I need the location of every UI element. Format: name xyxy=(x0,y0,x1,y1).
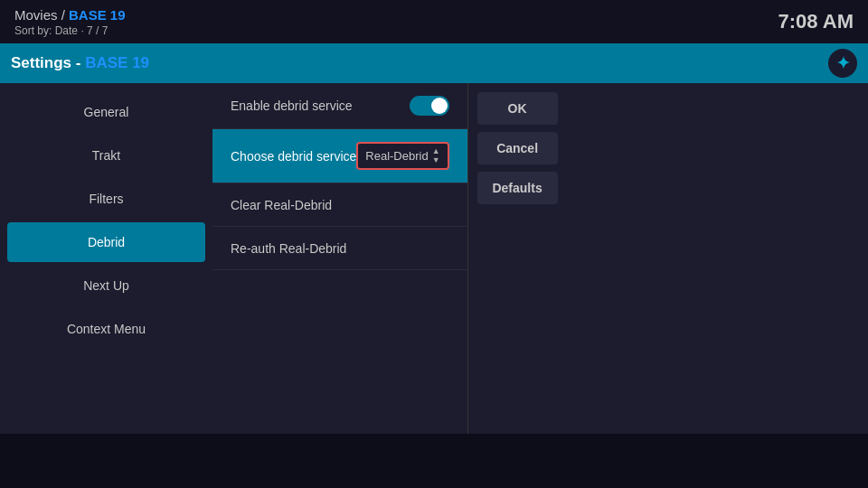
sidebar-item-next-up[interactable]: Next Up xyxy=(7,266,205,305)
movies-label: Movies xyxy=(14,7,58,23)
sort-info: Sort by: Date · 7 / 7 xyxy=(14,24,126,37)
sidebar-item-trakt[interactable]: Trakt xyxy=(7,136,205,175)
clock: 7:08 AM xyxy=(778,10,854,33)
sidebar-item-debrid[interactable]: Debrid xyxy=(7,222,205,262)
breadcrumb: Movies / BASE 19 xyxy=(14,7,126,23)
sidebar-item-filters[interactable]: Filters xyxy=(7,179,205,219)
settings-list: Enable debrid service Choose debrid serv… xyxy=(212,83,467,270)
ok-button[interactable]: OK xyxy=(477,92,558,125)
choose-debrid-label: Choose debrid service xyxy=(231,149,356,164)
bottom-area xyxy=(0,434,868,488)
clear-debrid-label: Clear Real-Debrid xyxy=(231,198,449,212)
cancel-button[interactable]: Cancel xyxy=(477,132,558,164)
settings-row-choose-debrid[interactable]: Choose debrid service Real-Debrid ▲ ▼ xyxy=(212,129,467,183)
settings-content: Enable debrid service Choose debrid serv… xyxy=(212,83,467,488)
defaults-button[interactable]: Defaults xyxy=(477,172,558,204)
dropdown-arrows: ▲ ▼ xyxy=(432,147,440,164)
settings-row-enable-debrid[interactable]: Enable debrid service xyxy=(212,83,467,129)
sidebar-item-general[interactable]: General xyxy=(7,92,205,132)
main-content: General Trakt Filters Debrid Next Up Con… xyxy=(0,83,868,488)
debrid-dropdown[interactable]: Real-Debrid ▲ ▼ xyxy=(356,142,448,170)
settings-row-clear-debrid[interactable]: Clear Real-Debrid xyxy=(212,183,467,227)
content-with-buttons: Enable debrid service Choose debrid serv… xyxy=(212,83,567,488)
addon-title: BASE 19 xyxy=(69,7,126,23)
dropdown-value: Real-Debrid xyxy=(365,149,428,163)
enable-debrid-label: Enable debrid service xyxy=(231,99,410,113)
sidebar-item-context-menu[interactable]: Context Menu xyxy=(7,309,205,349)
kodi-icon[interactable]: ✦ xyxy=(828,49,857,78)
settings-row-reauth-debrid[interactable]: Re-auth Real-Debrid xyxy=(212,227,467,270)
right-buttons: OK Cancel Defaults xyxy=(467,83,567,488)
settings-title: Settings - BASE 19 xyxy=(11,54,149,72)
enable-debrid-toggle[interactable] xyxy=(410,96,449,116)
sidebar: General Trakt Filters Debrid Next Up Con… xyxy=(0,83,212,488)
top-bar: Movies / BASE 19 Sort by: Date · 7 / 7 7… xyxy=(0,0,868,43)
settings-header: Settings - BASE 19 ✦ xyxy=(0,43,868,83)
reauth-debrid-label: Re-auth Real-Debrid xyxy=(231,241,449,256)
